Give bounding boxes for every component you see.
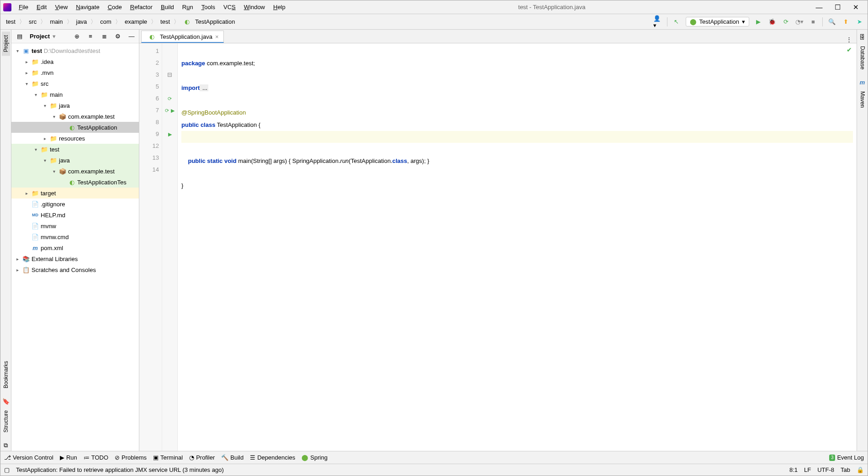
tree-main-class[interactable]: ◐TestApplication xyxy=(11,122,139,133)
crumb-class[interactable]: TestApplication xyxy=(193,17,237,26)
search-icon[interactable]: 🔍 xyxy=(827,17,836,26)
menu-build[interactable]: Build xyxy=(157,2,178,12)
status-indent[interactable]: Tab xyxy=(841,466,850,473)
tool-todo[interactable]: ≔TODO xyxy=(84,454,108,461)
spring-leaf-icon: ⬤ xyxy=(690,18,697,25)
project-tree[interactable]: ▾▣ test D:\Download\test\test ▸📁.idea ▸📁… xyxy=(11,43,139,451)
tree-test-java[interactable]: ▾📁java xyxy=(11,155,139,166)
right-tab-database[interactable]: Database xyxy=(858,42,867,73)
menu-tools[interactable]: Tools xyxy=(198,2,219,12)
tool-dependencies[interactable]: ☰Dependencies xyxy=(250,454,295,461)
crumb-main[interactable]: main xyxy=(48,17,64,26)
expand-all-icon[interactable]: ≡ xyxy=(86,32,95,41)
tool-run[interactable]: ▶Run xyxy=(60,454,77,461)
menu-code[interactable]: Code xyxy=(104,2,126,12)
debug-button[interactable]: 🐞 xyxy=(767,17,777,26)
tree-main[interactable]: ▾📁main xyxy=(11,89,139,100)
status-line-sep[interactable]: LF xyxy=(804,466,811,473)
tree-test[interactable]: ▾📁test xyxy=(11,144,139,155)
tree-main-java[interactable]: ▾📁java xyxy=(11,100,139,111)
tree-scratches[interactable]: ▸📋Scratches and Consoles xyxy=(11,264,139,275)
collapse-all-icon[interactable]: ≣ xyxy=(100,32,109,41)
crumb-example[interactable]: example xyxy=(123,17,149,26)
left-tab-structure[interactable]: Structure xyxy=(2,407,10,436)
run-gutter: ⊟ ⟳ ⟳ ▶ ▶ xyxy=(162,43,178,451)
code-content[interactable]: package com.example.test; import ... @Sp… xyxy=(178,43,857,451)
tab-options-icon[interactable]: ⋮ xyxy=(842,36,857,43)
tool-build[interactable]: 🔨Build xyxy=(221,454,243,461)
code-with-me-icon[interactable]: ➤ xyxy=(855,17,864,26)
left-tab-project[interactable]: Project xyxy=(2,31,10,56)
tree-resources[interactable]: ▸📁resources xyxy=(11,133,139,144)
bookmark-icon[interactable]: 🔖 xyxy=(2,398,10,405)
menu-edit[interactable]: Edit xyxy=(33,2,50,12)
tree-root[interactable]: ▾▣ test D:\Download\test\test xyxy=(11,45,139,56)
gutter-run-main-icon[interactable]: ⟳ ▶ xyxy=(162,105,177,116)
tree-test-class[interactable]: ◐TestApplicationTes xyxy=(11,177,139,188)
tree-help[interactable]: MDHELP.md xyxy=(11,209,139,220)
coverage-button[interactable]: ⟳ xyxy=(781,17,790,26)
left-tool-gutter: Project Bookmarks 🔖 Structure ⧉ xyxy=(0,30,11,451)
database-icon[interactable]: 🗄 xyxy=(859,33,866,41)
status-caret-pos[interactable]: 8:1 xyxy=(789,466,798,473)
tool-profiler[interactable]: ◔Profiler xyxy=(189,454,215,461)
tree-target[interactable]: ▸📁target xyxy=(11,188,139,199)
profile-button[interactable]: ◔▾ xyxy=(795,17,804,26)
select-open-file-icon[interactable]: ⊕ xyxy=(72,32,81,41)
analysis-ok-icon[interactable]: ✔ xyxy=(847,46,852,53)
tool-spring[interactable]: ⬤Spring xyxy=(302,454,328,461)
tree-src[interactable]: ▾📁src xyxy=(11,78,139,89)
menu-refactor[interactable]: Refactor xyxy=(127,2,156,12)
close-tab-icon[interactable]: × xyxy=(215,33,219,40)
crumb-test[interactable]: test xyxy=(4,17,17,26)
crumb-test2[interactable]: test xyxy=(159,17,172,26)
tree-pkg-main[interactable]: ▾📦com.example.test xyxy=(11,111,139,122)
tool-terminal[interactable]: ▣Terminal xyxy=(153,454,183,461)
tool-event-log[interactable]: 3 Event Log xyxy=(829,454,864,461)
project-dropdown-icon[interactable]: ▾ xyxy=(53,33,56,40)
project-title: Project xyxy=(30,33,50,40)
code-editor[interactable]: 12356789121314 ⊟ ⟳ ⟳ ▶ ▶ package com.exa… xyxy=(139,43,857,451)
hide-icon[interactable]: — xyxy=(127,32,136,41)
back-icon[interactable]: ↖ xyxy=(672,17,681,26)
menu-file[interactable]: File xyxy=(15,2,32,12)
stop-button[interactable]: ■ xyxy=(809,17,818,26)
crumb-java[interactable]: java xyxy=(74,17,89,26)
status-lock-icon[interactable]: 🔒 xyxy=(857,466,864,473)
right-tab-maven[interactable]: Maven xyxy=(858,88,867,111)
menu-window[interactable]: Window xyxy=(240,2,269,12)
tree-mvnw[interactable]: 📄mvnw xyxy=(11,220,139,231)
tree-idea[interactable]: ▸📁.idea xyxy=(11,56,139,67)
gutter-run-class-icon[interactable]: ⟳ xyxy=(162,93,177,105)
left-tab-bookmarks[interactable]: Bookmarks xyxy=(2,357,10,392)
close-button[interactable]: ✕ xyxy=(851,3,860,12)
menu-run[interactable]: Run xyxy=(179,2,197,12)
tool-problems[interactable]: ⊘Problems xyxy=(115,454,147,461)
crumb-src[interactable]: src xyxy=(27,17,38,26)
status-toggle-icon[interactable]: ▢ xyxy=(4,466,10,473)
menu-view[interactable]: View xyxy=(51,2,71,12)
tool-version-control[interactable]: ⎇Version Control xyxy=(4,454,53,461)
tree-pom[interactable]: mpom.xml xyxy=(11,242,139,253)
tree-mvn[interactable]: ▸📁.mvn xyxy=(11,67,139,78)
update-icon[interactable]: ⬆ xyxy=(841,17,850,26)
gutter-run-line-icon[interactable]: ▶ xyxy=(162,128,177,140)
menu-vcs[interactable]: VCS xyxy=(220,2,239,12)
tree-pkg-test[interactable]: ▾📦com.example.test xyxy=(11,166,139,177)
editor-tab-active[interactable]: ◐ TestApplication.java × xyxy=(141,31,224,43)
menu-navigate[interactable]: Navigate xyxy=(72,2,103,12)
minimize-button[interactable]: — xyxy=(815,3,824,12)
tree-mvnwcmd[interactable]: 📄mvnw.cmd xyxy=(11,231,139,242)
crumb-com[interactable]: com xyxy=(98,17,113,26)
maximize-button[interactable]: ☐ xyxy=(833,3,842,12)
tree-gitignore[interactable]: 📄.gitignore xyxy=(11,199,139,209)
status-encoding[interactable]: UTF-8 xyxy=(817,466,834,473)
menu-help[interactable]: Help xyxy=(270,2,289,12)
tree-ext-lib[interactable]: ▸📚External Libraries xyxy=(11,253,139,264)
user-icon[interactable]: 👤▾ xyxy=(653,17,662,26)
settings-icon[interactable]: ⚙ xyxy=(113,32,122,41)
structure-icon[interactable]: ⧉ xyxy=(2,442,10,449)
run-configuration-dropdown[interactable]: ⬤ TestApplication ▾ xyxy=(686,17,749,26)
run-button[interactable]: ▶ xyxy=(754,17,763,26)
maven-icon[interactable]: m xyxy=(859,78,866,86)
